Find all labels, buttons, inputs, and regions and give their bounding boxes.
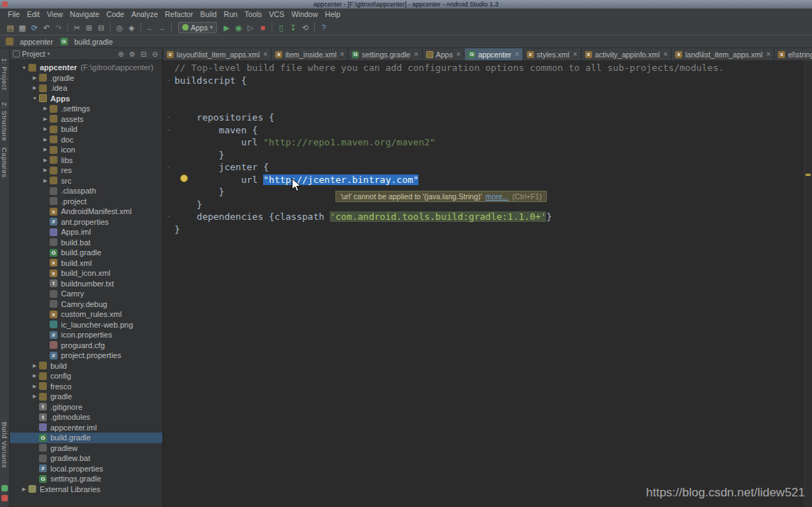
tree-item[interactable]: Camry.debug: [10, 299, 162, 310]
tab-close-icon[interactable]: ×: [663, 50, 667, 58]
tree-item[interactable]: ant.properties: [10, 217, 162, 228]
intention-bulb-icon[interactable]: [180, 174, 188, 182]
tree-item[interactable]: ▶.gradle: [10, 73, 162, 84]
tree-item[interactable]: build.gradle: [10, 433, 162, 443]
tab-close-icon[interactable]: ×: [414, 50, 418, 58]
tree-item[interactable]: ▶libs: [10, 155, 162, 166]
tree-item[interactable]: custom_rules.xml: [10, 309, 162, 320]
chevron-right-icon[interactable]: ▶: [20, 486, 28, 492]
tool-button-captures[interactable]: Captures: [1, 147, 9, 178]
android-icon[interactable]: [1, 485, 8, 491]
warning-stripe-mark[interactable]: [806, 174, 811, 176]
editor-tab[interactable]: appcenter×: [465, 48, 523, 60]
tree-item[interactable]: project.properties: [10, 350, 162, 361]
menu-refactor[interactable]: Refactor: [162, 10, 197, 18]
tab-close-icon[interactable]: ×: [515, 50, 519, 58]
tab-close-icon[interactable]: ×: [766, 50, 770, 58]
sdk-manager-icon[interactable]: ↧: [287, 21, 299, 35]
chevron-right-icon[interactable]: ▶: [41, 147, 50, 152]
tree-item[interactable]: ▶icon: [10, 145, 162, 155]
tree-item[interactable]: ▶fresco: [10, 381, 162, 392]
editor-tab[interactable]: el\strings.xml×: [774, 48, 812, 60]
save-all-icon[interactable]: ▦: [16, 21, 28, 35]
chevron-right-icon[interactable]: ▶: [41, 116, 50, 122]
tree-item[interactable]: proguard.cfg: [10, 340, 162, 351]
fold-marker[interactable]: -: [163, 211, 174, 223]
fold-marker[interactable]: -: [163, 161, 174, 174]
editor-tab[interactable]: item_inside.xml×: [272, 48, 348, 60]
fold-marker[interactable]: -: [163, 74, 174, 87]
tab-close-icon[interactable]: ×: [263, 50, 267, 58]
project-panel-title[interactable]: Project: [22, 50, 45, 58]
redo-icon[interactable]: ↷: [52, 21, 65, 35]
chevron-right-icon[interactable]: ▶: [41, 106, 50, 111]
editor-tab[interactable]: settings.gradle×: [348, 48, 422, 60]
chevron-right-icon[interactable]: ▶: [41, 126, 50, 132]
menu-navigate[interactable]: Navigate: [67, 10, 103, 18]
back-icon[interactable]: ←: [144, 21, 156, 35]
tree-item[interactable]: ▼Apps: [10, 94, 162, 104]
tree-item[interactable]: ▶build: [10, 361, 162, 372]
hide-panel-icon[interactable]: ⊖: [150, 50, 160, 58]
tree-item[interactable]: build.xml: [10, 258, 162, 269]
collapse-all-icon[interactable]: ⊟: [139, 50, 148, 58]
tree-item[interactable]: Camry: [10, 289, 162, 299]
avd-manager-icon[interactable]: ▯: [275, 21, 287, 35]
tool-button-build-variants[interactable]: Build Variants: [1, 422, 9, 468]
menu-file[interactable]: File: [4, 10, 23, 18]
tree-item[interactable]: .gitignore: [10, 402, 162, 413]
tree-item[interactable]: ▶.idea: [10, 83, 162, 94]
chevron-right-icon[interactable]: ▶: [41, 137, 50, 143]
tree-item[interactable]: ▶External Libraries: [10, 484, 162, 495]
tree-item[interactable]: build_icon.xml: [10, 268, 162, 279]
menu-build[interactable]: Build: [196, 10, 220, 18]
menu-view[interactable]: View: [43, 10, 67, 18]
stop-icon[interactable]: ■: [257, 21, 269, 35]
editor-tab[interactable]: activity_appinfo.xml×: [582, 48, 672, 60]
chevron-right-icon[interactable]: ▶: [30, 85, 39, 91]
favorites-icon[interactable]: [1, 495, 8, 501]
fold-marker[interactable]: -: [163, 124, 174, 137]
tree-item[interactable]: appcenter.iml: [10, 423, 162, 433]
view-options-icon[interactable]: ⊕: [116, 50, 126, 58]
debug-icon[interactable]: ◉: [233, 21, 245, 35]
chevron-down-icon[interactable]: ▾: [48, 51, 50, 57]
tooltip-more-link[interactable]: more...: [485, 192, 508, 201]
chevron-right-icon[interactable]: ▶: [30, 373, 39, 379]
run-icon[interactable]: ▶: [221, 21, 233, 35]
cut-icon[interactable]: ✂: [71, 21, 83, 35]
menu-code[interactable]: Code: [103, 10, 128, 18]
tree-item[interactable]: ▶assets: [10, 114, 162, 125]
tool-button-structure[interactable]: 2: Structure: [1, 102, 9, 141]
tool-button-project[interactable]: 1: Project: [1, 58, 9, 90]
paste-icon[interactable]: ⊟: [95, 21, 107, 35]
fold-marker[interactable]: -: [163, 111, 174, 124]
run-config-select[interactable]: Apps▾: [178, 22, 217, 33]
tree-item[interactable]: ▶gradle: [10, 391, 162, 402]
editor-tab[interactable]: styles.xml×: [523, 48, 582, 60]
breadcrumb-project[interactable]: appcenter: [6, 38, 53, 46]
chevron-down-icon[interactable]: ▼: [30, 96, 39, 101]
menu-help[interactable]: Help: [321, 10, 344, 18]
editor-tab[interactable]: layout\list_item_apps.xml×: [163, 48, 272, 60]
tree-item[interactable]: local.properties: [10, 464, 162, 474]
menu-run[interactable]: Run: [221, 10, 241, 18]
tree-item[interactable]: Apps.iml: [10, 227, 162, 238]
tree-item[interactable]: ▶config: [10, 371, 162, 381]
tab-close-icon[interactable]: ×: [456, 50, 460, 58]
menu-window[interactable]: Window: [288, 10, 321, 18]
gradle-sync-icon[interactable]: ⟲: [299, 21, 311, 35]
chevron-right-icon[interactable]: ▶: [41, 167, 50, 173]
tree-item[interactable]: ▶doc: [10, 135, 162, 145]
breadcrumb-file[interactable]: build.gradle: [60, 38, 113, 46]
run-with-coverage-icon[interactable]: ▷: [245, 21, 257, 35]
chevron-right-icon[interactable]: ▶: [41, 178, 50, 184]
menu-analyze[interactable]: Analyze: [128, 10, 161, 18]
tree-item[interactable]: build.gradle: [10, 247, 162, 258]
find-icon[interactable]: ◎: [113, 21, 126, 35]
tree-item[interactable]: settings.gradle: [10, 474, 162, 484]
settings-icon[interactable]: ⚙: [128, 50, 137, 58]
tab-close-icon[interactable]: ×: [340, 50, 345, 58]
menu-edit[interactable]: Edit: [23, 10, 43, 18]
tab-close-icon[interactable]: ×: [573, 50, 577, 58]
